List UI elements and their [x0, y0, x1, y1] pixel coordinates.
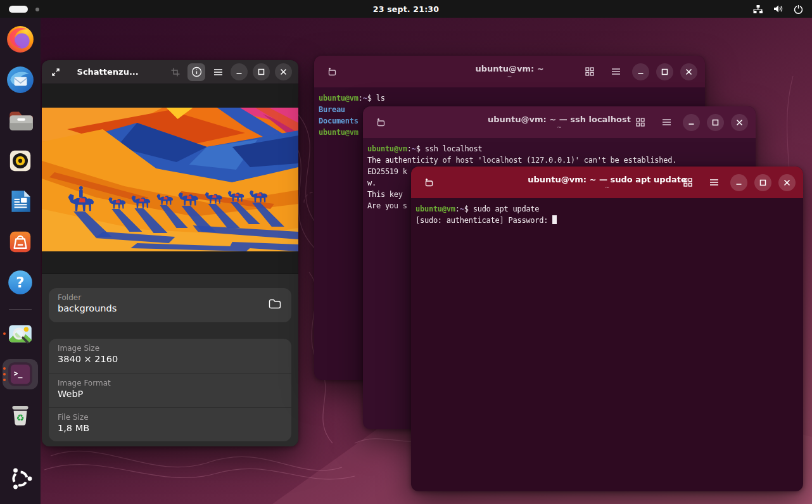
dock-item-thunderbird[interactable] — [3, 65, 38, 95]
dock-item-firefox[interactable] — [3, 24, 38, 54]
terminal-window-sudo: ubuntu@vm: ~ — sudo apt update ~ — [411, 167, 803, 491]
fullscreen-button[interactable] — [48, 63, 63, 81]
menu-button[interactable] — [210, 63, 225, 81]
close-button[interactable] — [778, 174, 796, 191]
dir-entry: Documents — [319, 117, 358, 125]
terminal-headerbar[interactable]: ubuntu@vm: ~ — sudo apt update ~ — [411, 167, 803, 198]
svg-text:♻: ♻ — [16, 412, 24, 423]
folder-label: Folder — [58, 293, 282, 302]
show-apps-icon — [6, 465, 34, 493]
minimize-button[interactable] — [730, 174, 747, 191]
window-subtitle: ~ — [557, 124, 562, 130]
image-format-row: Image Format WebP — [49, 373, 291, 407]
image-size-value: 3840 × 2160 — [58, 354, 282, 364]
window-title: ubuntu@vm: ~ — ssh localhost — [488, 115, 631, 124]
image-viewer-icon — [6, 319, 35, 348]
image-viewer-headerbar[interactable]: Schattenzu... — [42, 60, 298, 84]
image-format-value: WebP — [58, 389, 282, 399]
dir-entry: Bureau — [319, 105, 345, 114]
window-title: Schattenzu... — [77, 67, 139, 77]
prompt-user: ubuntu@vm — [367, 144, 407, 153]
dock-item-files[interactable] — [3, 105, 38, 135]
firefox-icon — [6, 25, 35, 54]
tab-overview-icon[interactable] — [580, 63, 599, 80]
output-line: This key — [367, 190, 407, 199]
dock-item-rhythmbox[interactable] — [3, 146, 38, 176]
dock-item-libreoffice-writer[interactable] — [3, 186, 38, 217]
new-tab-icon[interactable] — [371, 113, 390, 131]
image-details-card: Image Size 3840 × 2160 Image Format WebP… — [49, 339, 291, 441]
command: $ sudo apt update — [464, 205, 540, 213]
minimize-button[interactable] — [231, 63, 248, 80]
prompt-sep: : — [358, 94, 363, 103]
window-title: ubuntu@vm: ~ — sudo apt update — [528, 175, 686, 184]
prompt-sep: : — [455, 205, 460, 213]
running-indicator — [3, 332, 6, 335]
dock-item-trash[interactable]: ♻ — [3, 400, 38, 430]
system-status-area[interactable] — [753, 0, 803, 18]
window-title: ubuntu@vm: ~ — [475, 64, 543, 73]
menu-button[interactable] — [657, 113, 676, 131]
dock-item-help[interactable]: ? — [3, 267, 38, 298]
maximize-button[interactable] — [754, 174, 771, 191]
dock-item-app-center[interactable] — [3, 227, 38, 257]
window-subtitle: ~ — [605, 184, 610, 191]
files-icon — [6, 106, 35, 135]
output-line: w. — [367, 179, 376, 187]
image-size-row: Image Size 3840 × 2160 — [49, 339, 291, 373]
libreoffice-writer-icon — [6, 187, 35, 216]
volume-icon — [773, 4, 783, 13]
clock[interactable]: 23 sept. 21:30 — [0, 4, 812, 14]
dock: ? >_ — [0, 18, 41, 504]
minimize-button[interactable] — [632, 63, 649, 80]
maximize-button[interactable] — [253, 63, 270, 80]
thunderbird-icon — [6, 65, 35, 94]
prompt-user: ubuntu@vm — [416, 205, 455, 213]
new-tab-icon[interactable] — [322, 63, 341, 80]
prompt-user: ubuntu@vm — [319, 128, 358, 137]
folder-value: backgrounds — [58, 303, 282, 313]
close-button[interactable] — [275, 63, 292, 80]
image-size-label: Image Size — [58, 344, 282, 353]
output-line: The authenticity of host 'localhost (127… — [367, 156, 676, 165]
terminal-headerbar[interactable]: ubuntu@vm: ~ ~ — [314, 56, 705, 87]
image-format-label: Image Format — [58, 379, 282, 387]
tab-overview-icon[interactable] — [678, 173, 697, 191]
file-size-row: File Size 1,8 MB — [49, 407, 291, 441]
dock-item-terminal[interactable]: >_ — [3, 359, 38, 389]
network-icon — [753, 4, 763, 14]
command: $ ssh localhost — [416, 144, 483, 153]
new-tab-icon[interactable] — [419, 173, 438, 191]
menu-button[interactable] — [704, 173, 723, 191]
info-button[interactable] — [187, 63, 205, 81]
tab-overview-icon[interactable] — [631, 113, 650, 131]
trash-icon: ♻ — [6, 400, 35, 429]
output-line: ED25519 k — [367, 167, 407, 176]
command: $ ls — [367, 94, 385, 103]
dock-item-image-viewer[interactable] — [3, 318, 38, 349]
app-center-icon — [6, 227, 35, 256]
rhythmbox-icon — [6, 146, 35, 175]
maximize-button[interactable] — [707, 114, 724, 131]
terminal-icon: >_ — [6, 360, 35, 389]
image-viewer-window: Schattenzu... — [42, 60, 298, 446]
prompt-dir: ~ — [363, 94, 367, 103]
dock-item-show-apps[interactable] — [3, 463, 38, 494]
maximize-button[interactable] — [656, 63, 673, 80]
file-size-value: 1,8 MB — [58, 423, 282, 433]
window-subtitle: ~ — [507, 73, 512, 80]
menu-button[interactable] — [606, 63, 625, 80]
help-icon: ? — [6, 268, 35, 297]
terminal-headerbar[interactable]: ubuntu@vm: ~ — ssh localhost ~ — [363, 106, 756, 138]
properties-panel: Folder backgrounds Image Size 3840 × 216… — [42, 274, 298, 446]
minimize-button[interactable] — [683, 114, 700, 131]
folder-row[interactable]: Folder backgrounds — [49, 288, 291, 322]
terminal-output[interactable]: ubuntu@vm:~$ sudo apt update [sudo: auth… — [411, 198, 803, 231]
output-line: Are you s — [367, 201, 407, 210]
crop-icon[interactable] — [168, 63, 183, 81]
open-folder-icon[interactable] — [269, 299, 281, 312]
close-button[interactable] — [731, 114, 748, 131]
svg-text:?: ? — [16, 274, 24, 291]
power-icon — [794, 4, 803, 14]
close-button[interactable] — [680, 63, 697, 80]
